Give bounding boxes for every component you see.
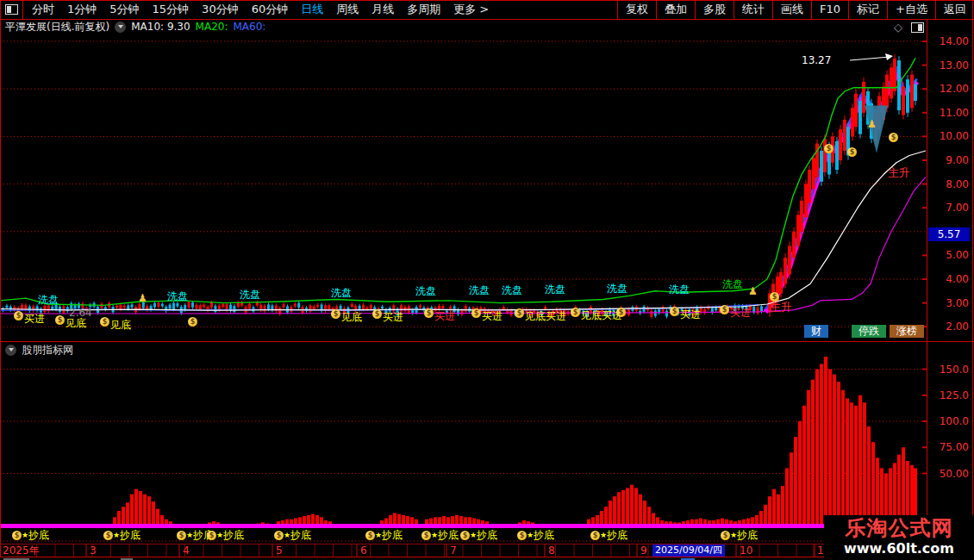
bottom-fishing-marker: $★抄底 (365, 530, 403, 541)
signal-label: 见底买进 (525, 311, 566, 322)
main-rise-label: 主升 (888, 167, 910, 178)
watermark: 乐淘公式网 www.60lt.com (824, 515, 974, 560)
price-axis-label: 7.00 (929, 202, 969, 214)
bottom-fishing-marker: $★抄底 (207, 530, 244, 541)
price-axis-label: 12.00 (929, 83, 969, 95)
signal-label: 买进 (730, 308, 751, 319)
indicator-axis-label: 125.0 (929, 389, 969, 401)
wash-label: 洗盘 (607, 283, 627, 295)
moneybag-icon: $ (14, 310, 23, 321)
main-rise-label: 主升 (770, 302, 792, 313)
annotation-layer: 14.0013.0012.0011.0010.009.008.007.005.0… (0, 0, 974, 560)
month-label-10: 10 (740, 544, 752, 557)
price-axis-label: 5.00 (929, 249, 969, 261)
axis-row-top (0, 544, 927, 544)
reference-price-label: 2.64 (69, 308, 92, 319)
moneybag-icon: $ (372, 308, 382, 320)
month-label-4: 4 (183, 544, 190, 557)
selected-date-box: 2025/09/04/四 (652, 544, 725, 557)
indicator-name: 股朋指标网 (22, 343, 73, 358)
wash-label: 洗盘 (331, 288, 352, 299)
bottom-fishing-marker: $★抄底 (421, 530, 459, 541)
peak-price-label: 13.27 (802, 54, 831, 66)
signal-label: 买进 (24, 314, 45, 325)
wash-label: 洗盘 (469, 285, 490, 296)
moneybag-icon: $ (571, 307, 580, 318)
price-axis-label: 11.00 (929, 107, 969, 119)
signal-label: 买进 (434, 311, 455, 322)
price-axis-label: 13.00 (929, 59, 969, 72)
wash-label: 洗盘 (167, 291, 188, 302)
axis-separator (927, 19, 927, 557)
wash-label: 洗盘 (240, 289, 260, 301)
month-label-3: 3 (90, 544, 97, 557)
wash-label: 洗盘 (545, 284, 565, 296)
moneybag-icon: $ (720, 304, 729, 315)
bottom-fishing-marker: $★抄底 (517, 530, 554, 541)
moneybag-icon: $ (616, 307, 626, 318)
watermark-url: www.60lt.com (824, 540, 974, 557)
moneybag-icon: $ (471, 308, 481, 319)
month-label-5: 5 (276, 544, 283, 557)
wash-label: 洗盘 (722, 279, 743, 290)
moneybag-icon: $ (847, 146, 857, 158)
bottom-fishing-marker: $★抄底 (721, 530, 758, 541)
month-label-2025年: 2025年 (3, 544, 40, 557)
month-label-9: 9 (640, 544, 647, 557)
golden-figure-icon: ♟ (748, 286, 758, 296)
moneybag-icon: $ (670, 306, 679, 317)
moneybag-icon: $ (770, 291, 779, 302)
signal-label: 见底 (110, 320, 131, 331)
indicator-axis-label: 150.0 (929, 364, 969, 376)
indicator-axis-label: 100.0 (929, 415, 969, 427)
price-axis-label: 10.00 (929, 130, 969, 142)
wash-label: 洗盘 (415, 286, 436, 297)
frame-top (0, 0, 974, 1)
signal-label: 买进 (482, 311, 503, 322)
month-label-7: 7 (450, 544, 457, 557)
badge-涨榜[interactable]: 涨榜 (890, 325, 924, 338)
panel-separator (0, 341, 974, 342)
frame-left (0, 0, 1, 560)
bottom-fishing-marker: $★抄底 (460, 530, 497, 541)
moneybag-icon: $ (889, 132, 898, 143)
price-axis-label: 8.00 (929, 178, 969, 190)
collapse-indicator-panel-icon[interactable] (5, 345, 16, 356)
price-axis-label: 9.00 (929, 154, 969, 166)
price-axis-label: 3.00 (929, 297, 969, 309)
moneybag-icon: $ (824, 143, 834, 154)
month-label-8: 8 (548, 544, 555, 557)
moneybag-icon: $ (188, 316, 197, 327)
indicator-panel-header: 股朋指标网 (0, 343, 73, 357)
moneybag-icon: $ (55, 314, 65, 326)
signal-label: 买进 (383, 312, 403, 323)
bottom-fishing-marker: $★抄底 (103, 530, 140, 541)
price-axis-label: 2.00 (929, 320, 969, 333)
price-axis-label: 14.00 (929, 35, 969, 47)
wash-label: 洗盘 (502, 285, 522, 296)
signal-label: 见底 (66, 318, 86, 329)
wash-label: 洗盘 (38, 295, 59, 306)
signal-label: 买进 (680, 309, 701, 320)
indicator-axis-label: 75.00 (929, 441, 969, 453)
golden-figure-icon: ♟ (867, 119, 877, 129)
moneybag-icon: $ (331, 308, 340, 320)
bottom-fishing-marker: $★抄底 (590, 530, 627, 541)
moneybag-icon: $ (515, 308, 524, 319)
app-window: { "menu": { "items": ["分时","1分钟","5分钟","… (0, 0, 974, 560)
golden-figure-icon: ♟ (138, 293, 147, 303)
wash-label: 洗盘 (669, 284, 690, 296)
badge-财[interactable]: 财 (804, 325, 828, 338)
watermark-site-name: 乐淘公式网 (824, 516, 974, 540)
month-label-6: 6 (360, 544, 367, 557)
frame-right (972, 0, 973, 560)
bottom-fishing-marker: $★抄底 (274, 530, 311, 541)
bottom-fishing-marker: $★抄底 (12, 530, 49, 541)
moneybag-icon: $ (100, 316, 109, 327)
signal-label: 见底 (341, 312, 362, 323)
indicator-axis-label: 50.00 (929, 468, 969, 480)
moneybag-icon: $ (424, 308, 434, 319)
price-axis-label: 4.00 (929, 273, 969, 285)
last-price-box: 5.57 (928, 227, 970, 241)
badge-停跌[interactable]: 停跌 (852, 325, 886, 338)
